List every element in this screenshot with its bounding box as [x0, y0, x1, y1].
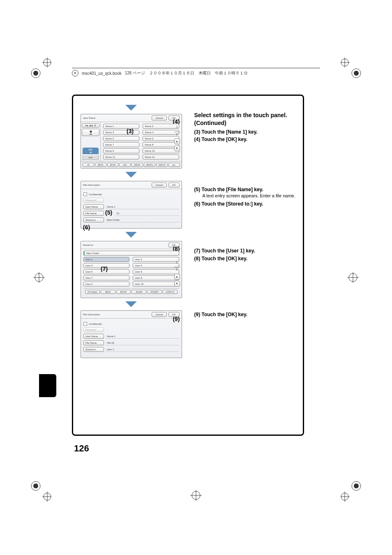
password-button: Password [83, 198, 104, 203]
cancel-button[interactable]: Cancel [152, 312, 167, 317]
user-2-button[interactable]: User 2 [133, 257, 179, 262]
tab-all[interactable]: All [83, 163, 94, 167]
user-tab[interactable]: User [83, 155, 99, 160]
tab-all-folders[interactable]: All Folders [85, 290, 100, 294]
page-number: 126 [74, 443, 89, 454]
name-9-button[interactable]: Name 9 [103, 148, 139, 153]
filename-value: File-01 [106, 341, 179, 345]
left-column: User Name Cancel OK (4) 6 ▶ ▦ ▶ 18 ABC◆ … [81, 104, 182, 358]
panel-title: File Information [83, 184, 100, 186]
name-5-button[interactable]: Name 5 [103, 136, 139, 141]
scroll-up-button[interactable]: ▲ [174, 274, 180, 280]
panel-title: File Information [83, 313, 100, 316]
confidential-checkbox[interactable] [83, 322, 87, 326]
main-folder-button[interactable]: Main Folder [83, 251, 179, 256]
scroll-up-button[interactable]: ▲ [174, 139, 180, 144]
name-7-button[interactable]: Name 7 [103, 142, 139, 147]
page-indicator[interactable]: 6 ▶ ▦ ▶ 18 [82, 123, 99, 127]
name-10-button[interactable]: Name 10 [143, 148, 179, 153]
filename-button[interactable]: File Name [83, 340, 104, 345]
arrow-down-icon [125, 301, 137, 307]
user-10-button[interactable]: User 10 [133, 282, 179, 287]
user-1-button[interactable]: User 1 [83, 257, 129, 262]
user-6-button[interactable]: User 6 [133, 269, 179, 274]
svg-point-6 [354, 71, 359, 76]
tab-jklmn[interactable]: JKLMN [131, 290, 146, 294]
username-value: Name 1 [106, 334, 179, 339]
name-4-button[interactable]: Name 4 [143, 130, 179, 135]
step-7: (7) Touch the [User 1] key. [194, 247, 296, 254]
tab-efgh[interactable]: EFGH [107, 163, 119, 167]
name-3-button[interactable]: Name 3 [103, 130, 139, 135]
user-9-button[interactable]: User 9 [83, 282, 129, 287]
tab-efghi[interactable]: EFGHI [116, 290, 131, 294]
name-2-button[interactable]: Name 2 [143, 124, 179, 129]
page-count-bot: 2 [174, 132, 180, 137]
svg-point-11 [33, 483, 38, 488]
crop-mark-icon [341, 481, 361, 502]
crop-mark-icon [31, 481, 51, 502]
svg-point-29 [90, 131, 92, 133]
user-7-button[interactable]: User 7 [83, 275, 129, 280]
storedto-button[interactable]: Stored to: [83, 347, 104, 352]
cancel-button[interactable]: Cancel [152, 116, 167, 120]
doc-pageinfo: 126 ページ ２００８年１０月１６日 木曜日 午前１０時５１分 [125, 70, 248, 76]
panel-file-information-1: File Information Cancel OK Confidential … [81, 181, 182, 229]
doc-header: ✦ mxc401_us_qck.book 126 ページ ２００８年１０月１６日… [72, 68, 320, 76]
panel-stored-to: Stored to: OK (8) Main Folder User 1 Use… [81, 241, 182, 298]
user-8-button[interactable]: User 8 [133, 275, 179, 280]
user-icon[interactable] [82, 129, 99, 136]
svg-point-1 [33, 71, 38, 76]
crop-mark-icon [31, 58, 51, 78]
step-5: (5) Touch the [File Name] key. [194, 186, 296, 193]
arrow-down-icon [125, 172, 137, 178]
tab-mnop[interactable]: MNOP [131, 163, 143, 167]
callout-9: (9) [173, 316, 180, 322]
page-count-top: 1 [174, 125, 180, 130]
crop-mark-icon [31, 271, 47, 284]
tab-uvwxyz[interactable]: UVWXYZ [163, 290, 178, 294]
name-12-button[interactable]: Name 12 [143, 155, 179, 160]
crop-mark-icon [341, 58, 361, 78]
username-value: Name 1 [106, 205, 179, 209]
ok-button[interactable]: OK [168, 183, 180, 187]
tab-opqrst[interactable]: OPQRST [147, 290, 162, 294]
step-9: (9) Touch the [OK] key. [194, 311, 296, 318]
tab-etc[interactable]: etc. [168, 163, 180, 167]
name-1-button[interactable]: Name 1 [103, 124, 139, 129]
panel-title: User Name [83, 117, 95, 119]
password-button: Password [83, 327, 104, 332]
tab-abcd[interactable]: ABCD [101, 290, 115, 294]
panel-user-name: User Name Cancel OK (4) 6 ▶ ▦ ▶ 18 ABC◆ … [81, 114, 182, 169]
abc-tab[interactable]: ABC◆ [83, 148, 99, 154]
side-tab [39, 374, 56, 397]
confidential-checkbox[interactable] [83, 192, 87, 196]
tab-qrstu[interactable]: QRSTU [144, 163, 155, 167]
scroll-down-button[interactable]: ▼ [174, 281, 180, 287]
username-button[interactable]: User Name [83, 204, 104, 209]
tab-ijkl[interactable]: IJKL [119, 163, 131, 167]
section-title: Select settings in the touch panel. (Con… [194, 111, 296, 127]
page-count-top: 1 [174, 260, 180, 266]
cancel-button[interactable]: Cancel [152, 183, 167, 187]
callout-3: (3) [127, 128, 134, 134]
filename-button[interactable]: File Name [83, 211, 104, 216]
user-4-button[interactable]: User 4 [133, 263, 179, 268]
name-6-button[interactable]: Name 6 [143, 136, 179, 141]
tab-abcd[interactable]: ABCD [95, 163, 106, 167]
storedto-button[interactable]: Stored to: [83, 217, 104, 222]
step-3: (3) Touch the [Name 1] key. [194, 129, 296, 135]
username-button[interactable]: User Name [83, 334, 104, 339]
scroll-down-button[interactable]: ▼ [174, 146, 180, 151]
tab-vwxyz[interactable]: VWXYZ [156, 163, 168, 167]
name-8-button[interactable]: Name 8 [143, 142, 179, 147]
name-11-button[interactable]: Name 11 [103, 155, 139, 160]
svg-point-16 [354, 483, 359, 488]
step-5-note: A text entry screen appears. Enter a fil… [203, 193, 296, 199]
callout-5: (5) [105, 209, 112, 216]
step-4: (4) Touch the [OK] key. [194, 136, 296, 143]
callout-6: (6) [83, 224, 90, 231]
page-frame: User Name Cancel OK (4) 6 ▶ ▦ ▶ 18 ABC◆ … [72, 95, 304, 436]
confidential-label: Confidential [89, 193, 102, 196]
page-count-bot: 2 [174, 267, 180, 273]
